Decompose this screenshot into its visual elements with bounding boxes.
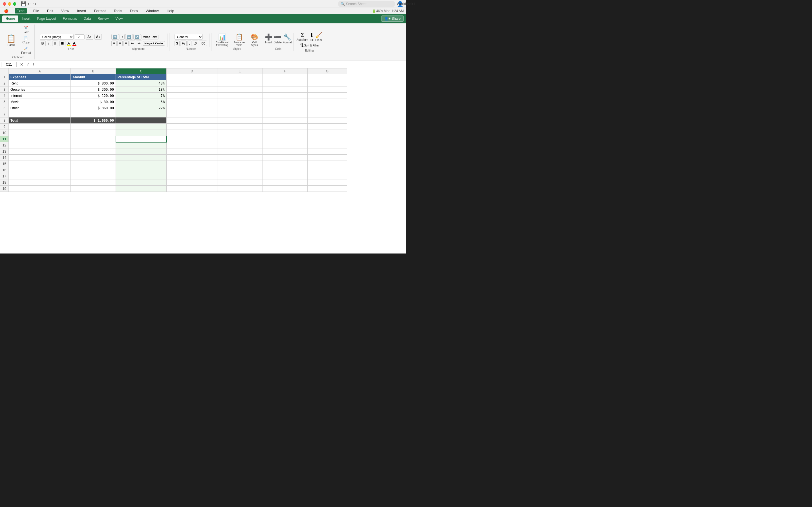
row-header-18[interactable]: 18	[0, 179, 9, 186]
cell-C12[interactable]	[116, 142, 167, 149]
cell-A15[interactable]	[9, 161, 71, 167]
row-header-11[interactable]: 11	[0, 136, 9, 142]
cell-A5[interactable]: Movie	[9, 99, 71, 105]
cell-B19[interactable]	[71, 186, 116, 192]
font-decrease-button[interactable]: A↓	[94, 34, 102, 40]
cell-F8[interactable]	[262, 117, 308, 124]
cell-E5[interactable]	[217, 99, 262, 105]
menu-edit[interactable]: Edit	[45, 8, 55, 13]
cell-D18[interactable]	[167, 179, 217, 186]
cell-C17[interactable]	[116, 173, 167, 179]
cell-C3[interactable]: 18%	[116, 87, 167, 93]
cell-A16[interactable]	[9, 167, 71, 173]
cell-G7[interactable]	[308, 111, 347, 117]
orientation-button[interactable]: ↗️	[133, 34, 141, 40]
merge-center-button[interactable]: Merge & Center	[143, 41, 165, 46]
col-header-d[interactable]: D	[167, 68, 217, 74]
delete-button[interactable]: ➖ Delete	[273, 34, 282, 44]
cell-C15[interactable]	[116, 161, 167, 167]
cell-A6[interactable]: Other	[9, 105, 71, 111]
cell-C8[interactable]	[116, 117, 167, 124]
cell-B8[interactable]: $ 1,660.00	[71, 117, 116, 124]
percent-button[interactable]: %	[180, 41, 187, 46]
cell-C5[interactable]: 5%	[116, 99, 167, 105]
cell-F12[interactable]	[262, 142, 308, 149]
menu-format[interactable]: Format	[93, 8, 107, 13]
cell-G13[interactable]	[308, 149, 347, 155]
cell-G12[interactable]	[308, 142, 347, 149]
spreadsheet-wrapper[interactable]: A B C D E F G 1ExpensesAmountPercentage …	[0, 68, 406, 253]
insert-button[interactable]: ➕ Insert	[265, 34, 272, 44]
cell-A3[interactable]: Groceries	[9, 87, 71, 93]
cell-E1[interactable]	[217, 74, 262, 80]
cell-B7[interactable]	[71, 111, 116, 117]
col-header-b[interactable]: B	[71, 68, 116, 74]
minimize-button[interactable]	[8, 2, 11, 6]
cell-G5[interactable]	[308, 99, 347, 105]
cell-D5[interactable]	[167, 99, 217, 105]
cell-B17[interactable]	[71, 173, 116, 179]
row-header-14[interactable]: 14	[0, 155, 9, 161]
search-bar[interactable]: 🔍 Search Sheet	[338, 1, 395, 7]
tab-home[interactable]: Home	[2, 15, 18, 22]
cell-D19[interactable]	[167, 186, 217, 192]
menu-window[interactable]: Window	[144, 8, 160, 13]
row-header-13[interactable]: 13	[0, 149, 9, 155]
font-increase-button[interactable]: A↑	[86, 34, 93, 40]
cell-A14[interactable]	[9, 155, 71, 161]
cell-A12[interactable]	[9, 142, 71, 149]
cell-D1[interactable]	[167, 74, 217, 80]
border-button[interactable]: ⊞	[59, 41, 65, 46]
tab-page-layout[interactable]: Page Layout	[34, 15, 59, 22]
cell-C4[interactable]: 7%	[116, 93, 167, 99]
cell-D3[interactable]	[167, 87, 217, 93]
row-header-8[interactable]: 8	[0, 117, 9, 124]
cell-G16[interactable]	[308, 167, 347, 173]
cell-D6[interactable]	[167, 105, 217, 111]
cell-E17[interactable]	[217, 173, 262, 179]
cell-F16[interactable]	[262, 167, 308, 173]
align-center-button[interactable]: ≡	[117, 41, 123, 46]
cell-G9[interactable]	[308, 124, 347, 130]
cell-D10[interactable]	[167, 130, 217, 136]
cell-C19[interactable]	[116, 186, 167, 192]
cell-A13[interactable]	[9, 149, 71, 155]
cell-A11[interactable]	[9, 136, 71, 142]
tab-view[interactable]: View	[112, 15, 126, 22]
cell-E14[interactable]	[217, 155, 262, 161]
align-middle-button[interactable]: ↕️	[119, 34, 124, 40]
cell-G18[interactable]	[308, 179, 347, 186]
tab-formulas[interactable]: Formulas	[59, 15, 80, 22]
cell-G14[interactable]	[308, 155, 347, 161]
menu-help[interactable]: Help	[165, 8, 176, 13]
clear-button[interactable]: 🧹 Clear	[315, 32, 322, 42]
cell-D8[interactable]	[167, 117, 217, 124]
cell-D15[interactable]	[167, 161, 217, 167]
cell-A18[interactable]	[9, 179, 71, 186]
cell-B4[interactable]: $ 120.00	[71, 93, 116, 99]
cell-G3[interactable]	[308, 87, 347, 93]
cell-C7[interactable]	[116, 111, 167, 117]
cell-C18[interactable]	[116, 179, 167, 186]
cell-D16[interactable]	[167, 167, 217, 173]
cell-E6[interactable]	[217, 105, 262, 111]
menu-data[interactable]: Data	[128, 8, 139, 13]
cell-B15[interactable]	[71, 161, 116, 167]
format-table-button[interactable]: 📋 Format as Table	[232, 34, 247, 47]
cell-E13[interactable]	[217, 149, 262, 155]
cell-A8[interactable]: Total	[9, 117, 71, 124]
cell-D4[interactable]	[167, 93, 217, 99]
increase-decimal-button[interactable]: .00	[199, 41, 207, 46]
col-header-c[interactable]: C	[116, 68, 167, 74]
copy-button[interactable]: 📄 Copy	[19, 36, 33, 45]
format-painter-button[interactable]: 🖌️ Format	[19, 46, 33, 55]
cell-C10[interactable]	[116, 130, 167, 136]
cell-E16[interactable]	[217, 167, 262, 173]
cell-G8[interactable]	[308, 117, 347, 124]
cell-G15[interactable]	[308, 161, 347, 167]
cell-A10[interactable]	[9, 130, 71, 136]
cell-C11[interactable]	[116, 136, 167, 142]
cell-C14[interactable]	[116, 155, 167, 161]
increase-indent-button[interactable]: ⇒	[136, 41, 142, 46]
decrease-indent-button[interactable]: ⇐	[129, 41, 135, 46]
